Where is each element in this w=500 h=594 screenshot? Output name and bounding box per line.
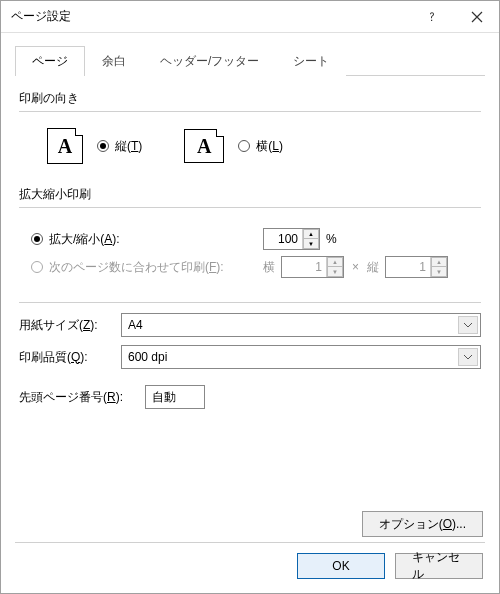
radio-icon <box>31 261 43 273</box>
paper-size-row: 用紙サイズ(Z): A4 <box>19 313 481 337</box>
adjust-to-spinner[interactable]: ▲▼ <box>263 228 320 250</box>
tab-strip: ページ 余白 ヘッダー/フッター シート <box>15 45 485 76</box>
fit-wide-input[interactable] <box>282 257 326 277</box>
print-quality-select[interactable]: 600 dpi <box>121 345 481 369</box>
tab-panel-page: 印刷の向き A 縦(T) A 横(L) 拡大縮小印刷 <box>15 76 485 409</box>
portrait-label: 縦(T) <box>115 138 142 155</box>
adjust-to-input[interactable] <box>264 229 302 249</box>
options-button[interactable]: オプション(O)... <box>362 511 483 537</box>
radio-icon <box>97 140 109 152</box>
help-button[interactable] <box>409 2 454 32</box>
adjust-to-label: 拡大/縮小(A): <box>49 231 120 248</box>
print-quality-row: 印刷品質(Q): 600 dpi <box>19 345 481 369</box>
divider <box>19 302 481 303</box>
landscape-label: 横(L) <box>256 138 283 155</box>
tab-sheet[interactable]: シート <box>276 46 346 76</box>
spin-down[interactable]: ▼ <box>303 239 319 249</box>
titlebar: ページ設定 <box>1 1 499 33</box>
tab-header-footer[interactable]: ヘッダー/フッター <box>143 46 276 76</box>
portrait-icon: A <box>47 128 83 164</box>
fit-tall-input[interactable] <box>386 257 430 277</box>
divider <box>15 542 485 543</box>
orientation-group-label: 印刷の向き <box>19 90 481 107</box>
percent-label: % <box>326 232 337 246</box>
print-quality-value: 600 dpi <box>128 350 167 364</box>
scaling-group-label: 拡大縮小印刷 <box>19 186 481 203</box>
paper-size-label: 用紙サイズ(Z): <box>19 317 121 334</box>
cancel-button[interactable]: キャンセル <box>395 553 483 579</box>
times-label: × <box>352 260 359 274</box>
first-page-label: 先頭ページ番号(R): <box>19 389 145 406</box>
spin-down[interactable]: ▼ <box>431 267 447 277</box>
spin-up[interactable]: ▲ <box>431 257 447 267</box>
spin-up[interactable]: ▲ <box>327 257 343 267</box>
portrait-radio[interactable]: 縦(T) <box>97 138 142 155</box>
ok-button[interactable]: OK <box>297 553 385 579</box>
chevron-down-icon <box>458 316 478 334</box>
fit-to-radio[interactable]: 次のページ数に合わせて印刷(F): <box>31 259 263 276</box>
adjust-to-row: 拡大/縮小(A): ▲▼ % <box>31 228 481 250</box>
options-row: オプション(O)... <box>362 511 483 537</box>
tab-margins[interactable]: 余白 <box>85 46 143 76</box>
spin-up[interactable]: ▲ <box>303 229 319 239</box>
print-quality-label: 印刷品質(Q): <box>19 349 121 366</box>
footer: OK キャンセル <box>297 553 483 579</box>
fit-tall-spinner[interactable]: ▲▼ <box>385 256 448 278</box>
orientation-row: A 縦(T) A 横(L) <box>19 122 481 186</box>
close-button[interactable] <box>454 2 499 32</box>
fit-to-row: 次のページ数に合わせて印刷(F): 横 ▲▼ × 縦 ▲▼ <box>31 256 481 278</box>
divider <box>19 207 481 208</box>
paper-size-select[interactable]: A4 <box>121 313 481 337</box>
dialog-body: ページ 余白 ヘッダー/フッター シート 印刷の向き A 縦(T) A 横(L)… <box>1 33 499 409</box>
radio-icon <box>31 233 43 245</box>
chevron-down-icon <box>458 348 478 366</box>
landscape-icon: A <box>184 129 224 163</box>
fit-tall-label: 縦 <box>367 259 379 276</box>
page-setup-dialog: ページ設定 ページ 余白 ヘッダー/フッター シート 印刷の向き A 縦(T) … <box>0 0 500 594</box>
window-title: ページ設定 <box>11 8 409 25</box>
adjust-to-radio[interactable]: 拡大/縮小(A): <box>31 231 263 248</box>
fit-wide-label: 横 <box>263 259 275 276</box>
radio-icon <box>238 140 250 152</box>
scaling-group: 拡大/縮小(A): ▲▼ % 次のページ数に合わせて印刷(F): 横 <box>19 218 481 302</box>
tab-page[interactable]: ページ <box>15 46 85 76</box>
first-page-input[interactable]: 自動 <box>145 385 205 409</box>
divider <box>19 111 481 112</box>
landscape-radio[interactable]: 横(L) <box>238 138 283 155</box>
fit-wide-spinner[interactable]: ▲▼ <box>281 256 344 278</box>
fit-to-label: 次のページ数に合わせて印刷(F): <box>49 259 224 276</box>
paper-size-value: A4 <box>128 318 143 332</box>
spin-down[interactable]: ▼ <box>327 267 343 277</box>
first-page-row: 先頭ページ番号(R): 自動 <box>19 385 481 409</box>
